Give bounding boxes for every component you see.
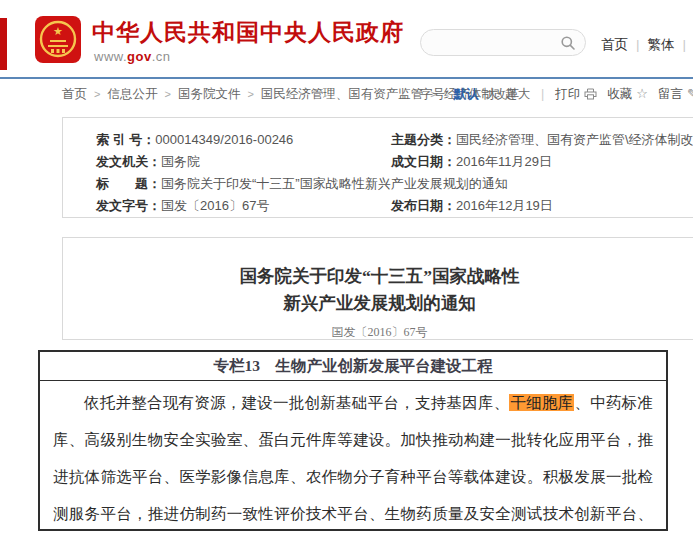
search-box (420, 29, 586, 56)
meta-written-date: 成文日期：2016年11月29日 (391, 151, 552, 172)
star-icon[interactable]: ☆ (636, 86, 648, 101)
column-text-after: 、中药标准库、高级别生物安全实验室、蛋白元件库等建设。加快推动构建一批转化应用平… (53, 394, 653, 537)
document-number: 国发〔2016〕67号 (63, 324, 693, 341)
breadcrumb-separator: > (164, 88, 170, 100)
site-header: ★ 中华人民共和国中央人民政府 www.gov.cn 首页|繁体| (0, 0, 693, 79)
meta-label: 发布日期： (391, 195, 456, 216)
meta-index-number: 索 引 号：000014349/2016-00246 (96, 129, 391, 150)
pencil-icon[interactable]: ✎ (687, 86, 693, 101)
font-size-xlarge-option[interactable]: 超大 (505, 87, 530, 101)
print-button[interactable]: 打印 (555, 87, 580, 101)
breadcrumb-separator: > (247, 88, 253, 100)
nav-home-link[interactable]: 首页 (601, 37, 628, 52)
breadcrumb-info-disclosure[interactable]: 信息公开 (107, 87, 157, 101)
breadcrumb-home[interactable]: 首页 (62, 87, 87, 101)
meta-value: 国民经济管理、国有资产监管\经济体制改革 (456, 129, 693, 150)
favorite-button[interactable]: 收藏 (607, 87, 632, 101)
special-column-box: 专栏13 生物产业创新发展平台建设工程 依托并整合现有资源，建设一批创新基础平台… (38, 350, 668, 531)
comment-button[interactable]: 留言 (658, 87, 683, 101)
meta-row: 索 引 号：000014349/2016-00246 主题分类：国民经济管理、国… (96, 129, 693, 150)
meta-publish-date: 发布日期：2016年12月19日 (391, 195, 553, 216)
meta-value: 000014349/2016-00246 (155, 129, 293, 150)
meta-doc-number: 发文字号：国发〔2016〕67号 (96, 195, 391, 216)
meta-label: 成文日期： (391, 151, 456, 172)
top-nav: 首页|繁体| (601, 36, 693, 54)
nav-traditional-link[interactable]: 繁体 (648, 37, 675, 52)
meta-row: 发文字号：国发〔2016〕67号 发布日期：2016年12月19日 (96, 195, 693, 216)
font-size-label: 字号: (420, 87, 448, 101)
meta-label: 标 题： (96, 173, 161, 194)
site-url-gov: gov (127, 49, 152, 64)
meta-value: 2016年12月19日 (456, 195, 553, 216)
breadcrumb-state-council-docs[interactable]: 国务院文件 (178, 87, 241, 101)
search-input[interactable] (433, 32, 562, 55)
meta-label: 主题分类： (391, 129, 456, 150)
document-title-line1: 国务院关于印发“十三五”国家战略性 (63, 263, 693, 290)
nav-separator: | (683, 37, 687, 52)
nav-separator: | (636, 37, 640, 52)
gov-emblem-logo[interactable]: ★ (35, 16, 81, 63)
document-title-box: 国务院关于印发“十三五”国家战略性 新兴产业发展规划的通知 国发〔2016〕67… (62, 237, 693, 340)
national-emblem-icon: ★ (35, 48, 81, 65)
meta-value: 国务院关于印发“十三五”国家战略性新兴产业发展规划的通知 (161, 173, 508, 194)
meta-label: 发文机关： (96, 151, 161, 172)
meta-topic-category: 主题分类：国民经济管理、国有资产监管\经济体制改革 (391, 129, 693, 150)
meta-value: 国发〔2016〕67号 (161, 195, 269, 216)
site-url-cn: .cn (152, 49, 171, 64)
left-edge-red-tab (0, 18, 7, 70)
document-title: 国务院关于印发“十三五”国家战略性 新兴产业发展规划的通知 (63, 263, 693, 317)
highlighted-keyword: 干细胞库 (509, 394, 574, 411)
header-divider (0, 77, 693, 79)
meta-doc-title: 标 题：国务院关于印发“十三五”国家战略性新兴产业发展规划的通知 (96, 173, 508, 194)
special-column-body: 依托并整合现有资源，建设一批创新基础平台，支持基因库、干细胞库、中药标准库、高级… (40, 381, 666, 537)
document-meta-box: 索 引 号：000014349/2016-00246 主题分类：国民经济管理、国… (62, 117, 693, 218)
meta-row: 发文机关：国务院 成文日期：2016年11月29日 (96, 151, 693, 172)
breadcrumb-economy-category[interactable]: 国民经济管理、国有资产监管 (261, 87, 424, 101)
document-title-line2: 新兴产业发展规划的通知 (63, 290, 693, 317)
font-size-default-option[interactable]: 默认 (453, 87, 478, 101)
special-column-title: 专栏13 生物产业创新发展平台建设工程 (40, 352, 666, 381)
svg-text:★: ★ (53, 25, 63, 37)
printer-icon[interactable] (580, 87, 607, 101)
meta-issuing-agency: 发文机关：国务院 (96, 151, 391, 172)
breadcrumb-toolbar-row: 首页>信息公开>国务院文件>国民经济管理、国有资产监管>经济体制改革 字号:默认… (0, 81, 693, 105)
column-text-before: 依托并整合现有资源，建设一批创新基础平台，支持基因库、 (84, 394, 509, 411)
site-name[interactable]: 中华人民共和国中央人民政府 (92, 17, 404, 48)
meta-label: 索 引 号： (96, 129, 155, 150)
search-icon[interactable] (560, 35, 576, 51)
meta-label: 发文字号： (96, 195, 161, 216)
page-tools: 字号:默认大超大|打印收藏☆留言✎| (420, 86, 693, 103)
breadcrumb-separator: > (94, 88, 100, 100)
site-url: www.gov.cn (94, 49, 171, 64)
meta-row: 标 题：国务院关于印发“十三五”国家战略性新兴产业发展规划的通知 (96, 173, 693, 194)
meta-value: 2016年11月29日 (456, 151, 552, 172)
tools-separator: | (541, 87, 544, 101)
font-size-large-option[interactable]: 大 (485, 87, 498, 101)
meta-value: 国务院 (161, 151, 200, 172)
site-url-www: www. (94, 49, 127, 64)
